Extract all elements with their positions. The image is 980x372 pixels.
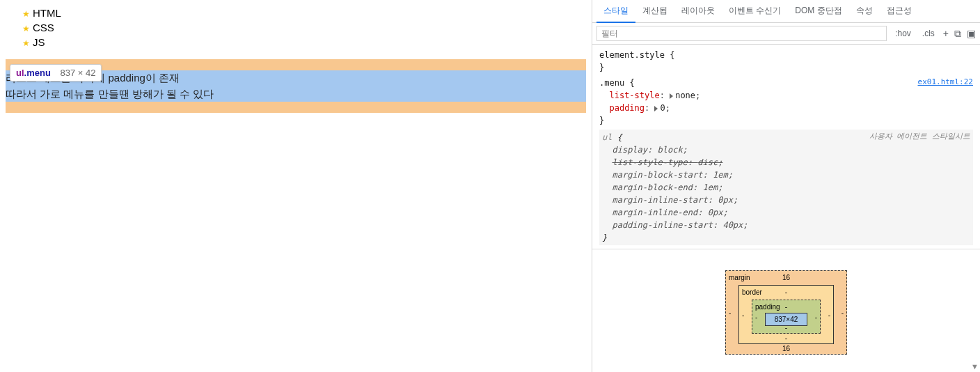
box-padding[interactable]: padding - - - - 837×42 <box>752 300 821 334</box>
cls-toggle[interactable]: .cls <box>919 27 938 40</box>
tab-listeners[interactable]: 이벤트 수신기 <box>722 0 788 22</box>
expand-icon[interactable] <box>670 93 673 99</box>
padding-label: padding <box>755 303 780 311</box>
css-property: margin-inline-start <box>612 195 707 205</box>
scroll-down-icon[interactable]: ▼ <box>971 362 979 371</box>
css-value: 0px <box>708 208 723 217</box>
source-link[interactable]: ex01.html:22 <box>918 77 973 88</box>
padding-right[interactable]: - <box>815 313 817 320</box>
hov-toggle[interactable]: :hov <box>892 27 914 40</box>
page-preview: ★HTML ★CSS ★JS ul.menu 837 × 42 리스트 태그는 … <box>0 0 592 372</box>
menu-list: ★HTML ★CSS ★JS <box>6 6 586 49</box>
css-property: padding-inline-start <box>612 220 713 230</box>
selector: ul <box>602 132 612 142</box>
item-label: HTML <box>33 7 61 19</box>
tab-layout[interactable]: 레이아웃 <box>674 0 722 22</box>
border-label: border <box>742 288 762 296</box>
filter-bar: :hov .cls + ⧉ ▣ <box>592 23 980 45</box>
tooltip-tagname: ul <box>16 68 24 78</box>
margin-label: margin <box>729 274 750 281</box>
css-property: margin-inline-end <box>612 208 697 217</box>
tooltip-dimensions: 837 × 42 <box>60 68 95 78</box>
inspect-tooltip: ul.menu 837 × 42 <box>10 64 102 82</box>
padding-bottom[interactable]: - <box>785 324 787 332</box>
tab-properties[interactable]: 속성 <box>849 0 880 22</box>
rule-menu[interactable]: ex01.html:22 .menu { list-style: none; p… <box>599 77 973 127</box>
css-value: 1em <box>703 183 718 192</box>
list-item: ★CSS <box>22 20 586 35</box>
padding-left[interactable]: - <box>755 313 757 320</box>
devtools-tabs: 스타일 계산됨 레이아웃 이벤트 수신기 DOM 중단점 속성 접근성 <box>592 0 980 23</box>
margin-left[interactable]: - <box>729 309 731 316</box>
expand-icon[interactable] <box>654 106 658 111</box>
devtools-pane: 스타일 계산됨 레이아웃 이벤트 수신기 DOM 중단점 속성 접근성 :hov… <box>592 0 980 372</box>
border-left[interactable]: - <box>742 311 744 318</box>
box-model-diagram[interactable]: margin 16 - - 16 border - - - - padding … <box>592 249 980 372</box>
margin-bottom[interactable]: 16 <box>782 345 790 352</box>
box-border[interactable]: border - - - - padding - - - - 837×42 <box>738 285 834 344</box>
css-property: margin-block-end <box>612 183 693 192</box>
border-bottom[interactable]: - <box>785 334 787 342</box>
panel-icon[interactable]: ▣ <box>967 28 976 39</box>
css-value: block <box>657 145 682 155</box>
tab-accessibility[interactable]: 접근성 <box>880 0 919 22</box>
list-item: ★JS <box>22 35 586 49</box>
css-value[interactable]: 0 <box>660 103 665 113</box>
margin-top[interactable]: 16 <box>782 274 790 281</box>
tab-dom-breakpoints[interactable]: DOM 중단점 <box>788 0 848 22</box>
star-icon: ★ <box>22 38 30 48</box>
list-item: ★HTML <box>22 6 586 20</box>
css-value: 0px <box>718 195 733 205</box>
css-property[interactable]: padding <box>609 103 645 113</box>
ua-label: 사용자 에이전트 스타일시트 <box>869 131 970 143</box>
device-icon[interactable]: ⧉ <box>954 28 961 40</box>
margin-right[interactable]: - <box>841 309 844 316</box>
css-property: display <box>612 145 647 155</box>
border-right[interactable]: - <box>828 311 830 318</box>
item-label: JS <box>33 36 45 48</box>
text-line: 따라서 가로 메뉴를 만들땐 방해가 될 수 있다 <box>6 86 586 102</box>
tab-styles[interactable]: 스타일 <box>596 0 635 23</box>
new-rule-icon[interactable]: + <box>943 28 949 39</box>
selector: .menu <box>599 78 624 88</box>
border-top[interactable]: - <box>785 288 787 296</box>
selector: element.style <box>599 50 665 60</box>
star-icon: ★ <box>22 24 30 33</box>
css-value: disc <box>697 157 718 167</box>
item-label: CSS <box>33 22 54 33</box>
css-value[interactable]: none <box>675 91 695 100</box>
filter-input[interactable] <box>596 26 887 41</box>
css-property: list-style-type <box>612 157 687 167</box>
rule-ua-ul[interactable]: 사용자 에이전트 스타일시트 ul { display: block; list… <box>599 130 973 245</box>
styles-rules[interactable]: element.style { } ex01.html:22 .menu { l… <box>592 45 980 249</box>
css-value: 1em <box>713 170 728 180</box>
padding-top[interactable]: - <box>785 303 787 311</box>
tab-computed[interactable]: 계산됨 <box>635 0 674 22</box>
css-value: 40px <box>722 220 743 230</box>
css-property[interactable]: list-style <box>609 91 659 100</box>
rule-element-style[interactable]: element.style { } <box>599 49 973 74</box>
tooltip-class: .menu <box>24 68 51 78</box>
css-property: margin-block-start <box>612 170 702 180</box>
star-icon: ★ <box>22 9 30 19</box>
box-margin[interactable]: margin 16 - - 16 border - - - - padding … <box>725 270 847 355</box>
